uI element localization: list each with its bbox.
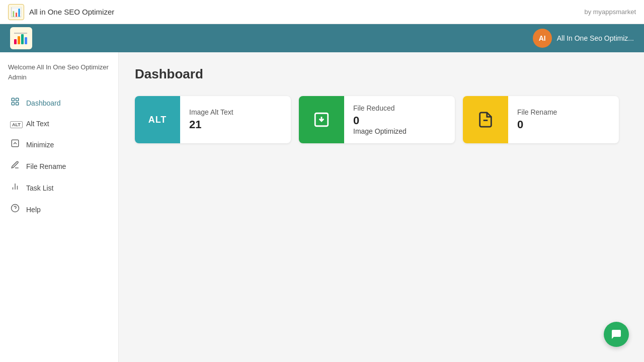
card-icon-alt-text: ALT <box>135 96 180 143</box>
sidebar-label-file-rename: File Rename <box>26 162 66 170</box>
card-icon-file-reduced <box>299 96 344 143</box>
sidebar-item-task-list[interactable]: Task List <box>0 177 118 199</box>
svg-rect-8 <box>16 103 19 105</box>
sidebar-label-alt-text: Alt Text <box>26 120 49 128</box>
top-bar-left: 📊 All in One SEO Optimizer <box>8 4 114 20</box>
svg-rect-1 <box>18 36 20 44</box>
page-title: Dashboard <box>135 66 628 82</box>
sidebar-nav: Dashboard ALT Alt Text Minimize <box>0 92 118 220</box>
app-logo-icon: 📊 <box>8 4 24 20</box>
top-bar: 📊 All in One SEO Optimizer by myappsmark… <box>0 0 644 24</box>
svg-rect-2 <box>21 34 24 44</box>
header-app-icon <box>10 27 32 49</box>
main-content: Dashboard ALT Image Alt Text 21 <box>119 52 644 362</box>
card-sub-file-reduced: Image Optimized <box>353 127 407 135</box>
minimize-icon <box>10 139 20 150</box>
cards-row: ALT Image Alt Text 21 File Reduce <box>135 96 628 143</box>
dashboard-icon <box>10 97 20 109</box>
svg-rect-0 <box>14 39 17 44</box>
sidebar-label-dashboard: Dashboard <box>26 99 61 107</box>
svg-rect-6 <box>16 98 19 101</box>
card-image-alt-text: ALT Image Alt Text 21 <box>135 96 291 143</box>
chat-button[interactable] <box>604 322 629 347</box>
top-bar-by: by myappsmarket <box>584 8 636 16</box>
alt-text-icon: ALT <box>10 119 20 129</box>
card-body-file-reduced: File Reduced 0 Image Optimized <box>344 96 416 143</box>
header-right: AI All In One Seo Optimiz... <box>533 29 634 48</box>
sidebar-item-help[interactable]: Help <box>0 199 118 220</box>
alt-badge: ALT <box>148 115 167 125</box>
sidebar-label-task-list: Task List <box>26 184 53 192</box>
help-icon <box>10 204 20 215</box>
logo-emoji: 📊 <box>11 7 22 18</box>
svg-rect-5 <box>12 98 14 101</box>
sidebar: Welcome All In One Seo Optimizer Admin D… <box>0 52 119 362</box>
header-chart-svg <box>13 30 29 46</box>
card-value-file-reduced: 0 <box>353 114 407 127</box>
sidebar-item-file-rename[interactable]: File Rename <box>0 155 118 177</box>
card-title-alt-text: Image Alt Text <box>189 108 233 116</box>
card-title-file-rename: File Rename <box>517 108 557 116</box>
header-band: AI All In One Seo Optimiz... <box>0 24 644 52</box>
card-title-file-reduced: File Reduced <box>353 104 407 112</box>
file-reduced-svg <box>313 111 330 128</box>
card-value-alt-text: 21 <box>189 118 233 131</box>
card-file-reduced: File Reduced 0 Image Optimized <box>299 96 455 143</box>
sidebar-welcome: Welcome All In One Seo Optimizer Admin <box>0 62 118 92</box>
svg-rect-3 <box>25 37 27 44</box>
task-list-icon <box>10 182 20 194</box>
app-title: All in One SEO Optimizer <box>29 8 114 16</box>
sidebar-item-dashboard[interactable]: Dashboard <box>0 92 118 114</box>
chat-icon <box>610 328 622 340</box>
file-rename-card-svg <box>477 111 494 128</box>
card-icon-file-rename <box>463 96 508 143</box>
card-body-file-rename: File Rename 0 <box>508 96 566 143</box>
avatar: AI <box>533 29 552 48</box>
card-value-file-rename: 0 <box>517 118 557 131</box>
sidebar-item-minimize[interactable]: Minimize <box>0 134 118 155</box>
sidebar-label-help: Help <box>26 206 41 214</box>
card-body-alt-text: Image Alt Text 21 <box>180 96 243 143</box>
sidebar-item-alt-text[interactable]: ALT Alt Text <box>0 114 118 134</box>
layout: Welcome All In One Seo Optimizer Admin D… <box>0 52 644 362</box>
sidebar-label-minimize: Minimize <box>26 141 54 149</box>
svg-rect-9 <box>12 140 19 147</box>
header-user-label: All In One Seo Optimiz... <box>557 34 634 42</box>
card-file-rename: File Rename 0 <box>463 96 619 143</box>
file-rename-icon <box>10 160 20 172</box>
svg-rect-7 <box>12 103 14 105</box>
